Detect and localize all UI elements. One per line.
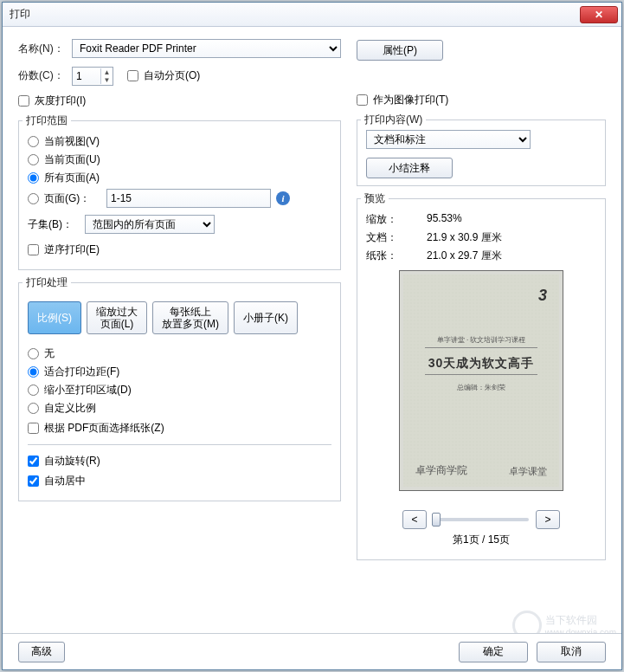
close-button[interactable]: ✕ xyxy=(580,6,618,23)
preview-scale-value: 95.53% xyxy=(427,212,462,227)
tab-booklet[interactable]: 小册子(K) xyxy=(234,301,298,334)
ok-button[interactable]: 确定 xyxy=(459,642,528,662)
collate-checkbox[interactable] xyxy=(127,70,138,81)
tab-scale[interactable]: 比例(S) xyxy=(28,301,81,334)
preview-paper-value: 21.0 x 29.7 厘米 xyxy=(427,249,502,263)
print-content-group: 打印内容(W) 文档和标注 小结注释 xyxy=(357,120,606,186)
scale-none-radio[interactable] xyxy=(28,348,39,359)
scale-fit-margins-radio[interactable] xyxy=(28,366,39,378)
advanced-button[interactable]: 高级 xyxy=(18,642,65,662)
print-content-select[interactable]: 文档和标注 xyxy=(366,130,531,149)
preview-logo: 3 xyxy=(538,287,547,305)
print-range-group: 打印范围 当前视图(V) 当前页面(U) 所有页面(A) 页面(G)： i 子集… xyxy=(18,120,341,270)
print-as-image-checkbox[interactable] xyxy=(357,94,368,106)
spin-down-icon[interactable]: ▼ xyxy=(101,76,113,84)
print-range-legend: 打印范围 xyxy=(23,113,71,128)
grayscale-label: 灰度打印(I) xyxy=(35,94,86,108)
copies-spinner[interactable]: ▲▼ xyxy=(72,67,113,86)
scale-custom-radio[interactable] xyxy=(28,403,39,414)
copies-input[interactable] xyxy=(73,68,100,84)
choose-paper-checkbox[interactable] xyxy=(28,423,39,434)
close-icon: ✕ xyxy=(595,9,603,21)
properties-button[interactable]: 属性(P) xyxy=(357,40,443,61)
tab-multiple-per-sheet[interactable]: 每张纸上 放置多页(M) xyxy=(152,301,228,334)
print-content-legend: 打印内容(W) xyxy=(361,113,426,127)
auto-rotate-checkbox[interactable] xyxy=(28,456,39,467)
tab-shrink-oversize[interactable]: 缩放过大 页面(L) xyxy=(87,301,147,334)
page-slider[interactable] xyxy=(434,518,529,521)
info-icon[interactable]: i xyxy=(276,191,290,205)
copies-label: 份数(C)： xyxy=(18,68,67,83)
grayscale-checkbox[interactable] xyxy=(18,95,29,107)
preview-page-title: 30天成为软文高手 xyxy=(428,356,535,372)
printer-name-label: 名称(N)： xyxy=(18,42,67,56)
window-title: 打印 xyxy=(10,7,580,22)
summarize-comments-button[interactable]: 小结注释 xyxy=(366,158,453,178)
scale-shrink-area-radio[interactable] xyxy=(28,384,39,396)
page-indicator: 第1页 / 15页 xyxy=(366,533,596,547)
reverse-checkbox[interactable] xyxy=(28,244,39,255)
preview-doc-value: 21.9 x 30.9 厘米 xyxy=(427,230,502,245)
range-current-view-radio[interactable] xyxy=(28,136,39,147)
dialog-footer: 高级 确定 取消 xyxy=(3,633,621,669)
spin-up-icon[interactable]: ▲ xyxy=(101,68,113,76)
range-current-page-radio[interactable] xyxy=(28,154,39,165)
titlebar: 打印 ✕ xyxy=(3,3,621,27)
preview-group: 预览 缩放：95.53% 文档：21.9 x 30.9 厘米 纸张：21.0 x… xyxy=(357,198,606,560)
preview-thumbnail: 3 单字讲堂 · 软文培训学习课程 30天成为软文高手 总编辑：朱剑荣 卓学商学… xyxy=(399,270,563,491)
subset-label: 子集(B)： xyxy=(28,217,80,232)
pages-input[interactable] xyxy=(106,189,271,208)
slider-thumb[interactable] xyxy=(432,513,441,527)
prev-page-button[interactable]: < xyxy=(402,510,427,529)
cancel-button[interactable]: 取消 xyxy=(537,642,606,662)
range-all-pages-radio[interactable] xyxy=(28,172,39,184)
printer-select[interactable]: Foxit Reader PDF Printer xyxy=(72,39,341,58)
print-handling-group: 打印处理 比例(S) 缩放过大 页面(L) 每张纸上 放置多页(M) 小册子(K… xyxy=(18,282,341,501)
subset-select[interactable]: 范围内的所有页面 xyxy=(85,215,215,234)
print-dialog: 打印 ✕ 名称(N)： Foxit Reader PDF Printer 份数(… xyxy=(2,2,622,670)
next-page-button[interactable]: > xyxy=(536,510,560,529)
auto-center-checkbox[interactable] xyxy=(28,475,39,487)
print-handling-legend: 打印处理 xyxy=(23,275,71,290)
range-pages-radio[interactable] xyxy=(28,193,39,204)
collate-label: 自动分页(O) xyxy=(144,68,200,83)
preview-legend: 预览 xyxy=(361,191,389,206)
